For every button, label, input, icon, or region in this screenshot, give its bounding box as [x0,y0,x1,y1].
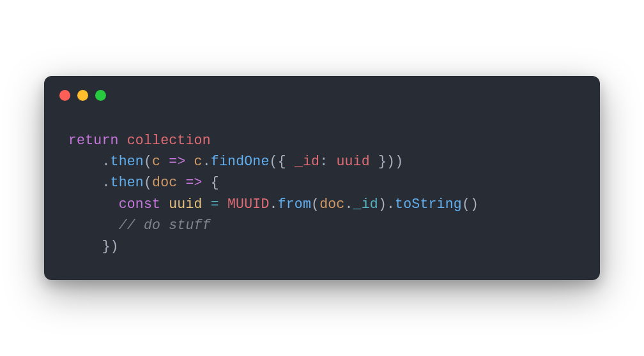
punct-open-brace: { [211,175,219,190]
variable-uuid: uuid [169,197,202,212]
code-block: return collection .then(c => c.findOne({… [44,106,600,258]
method-from: from [278,197,311,212]
punct-close-paren: ) [470,197,479,212]
punct-close-paren: ) [111,239,119,254]
method-findone: findOne [211,154,270,169]
identifier-uuid: uuid [336,154,369,169]
punct-close-paren: ) [395,154,403,169]
punct-dot: . [203,154,211,169]
punct-open-paren: ( [144,154,152,169]
indent [68,218,119,233]
identifier-doc: doc [319,197,344,212]
punct-colon: : [319,154,336,169]
method-then: then [111,154,144,169]
indent [68,154,102,169]
punct-open-brace: { [278,154,295,169]
identifier-c: c [194,154,203,169]
punct-dot: . [344,197,353,212]
indent [68,197,119,212]
object-key-id: _id [295,154,319,169]
punct-close-brace: } [370,154,387,169]
code-window: return collection .then(c => c.findOne({… [44,76,600,281]
param-doc: doc [152,175,177,190]
punct-close-paren: ) [378,197,387,212]
indent [68,175,102,190]
comment: // do stuff [119,218,211,233]
keyword-const: const [119,197,161,212]
punct-close-paren: ) [387,154,395,169]
punct-open-paren: ( [144,175,152,190]
class-muuid: MUUID [227,197,270,212]
punct-dot: . [102,175,110,190]
window-titlebar [44,76,600,106]
punct-open-paren: ( [270,154,278,169]
param-c: c [152,154,160,169]
identifier-collection: collection [127,133,211,148]
punct-dot: . [387,197,395,212]
zoom-icon[interactable] [95,90,106,101]
method-tostring: toString [395,197,462,212]
punct-dot: . [270,197,278,212]
punct-open-paren: ( [462,197,470,212]
operator-equals: = [211,197,219,212]
keyword-return: return [68,133,119,148]
property-id: _id [353,197,378,212]
punct-close-brace: } [102,239,110,254]
arrow: => [185,175,202,190]
arrow: => [169,154,185,169]
close-icon[interactable] [59,90,70,101]
minimize-icon[interactable] [77,90,88,101]
indent [68,239,102,254]
punct-open-paren: ( [311,197,319,212]
method-then: then [111,175,144,190]
punct-dot: . [102,154,110,169]
